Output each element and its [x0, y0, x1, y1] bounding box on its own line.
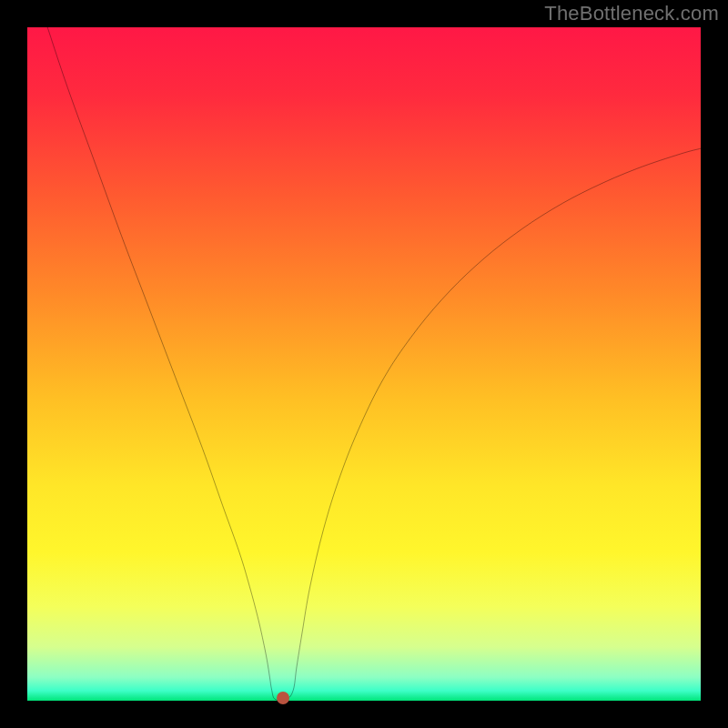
watermark-text: TheBottleneck.com [544, 2, 719, 25]
curve-layer [27, 27, 701, 701]
optimal-point-marker [277, 692, 289, 704]
bottleneck-curve [47, 27, 701, 701]
chart-stage: TheBottleneck.com [0, 0, 728, 728]
plot-frame [27, 27, 701, 701]
